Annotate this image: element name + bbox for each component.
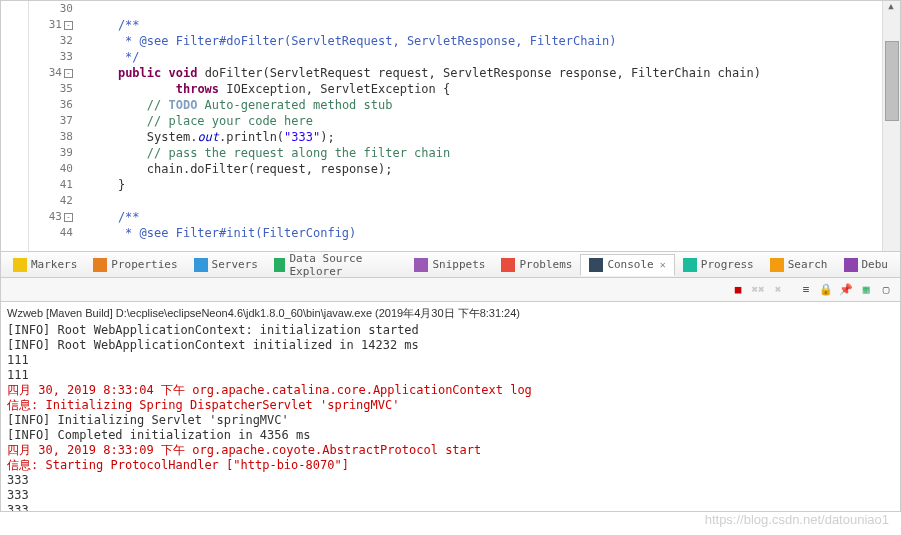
servers-icon bbox=[194, 258, 208, 272]
line-number[interactable]: ●36 bbox=[29, 97, 73, 113]
tab-label: Problems bbox=[519, 258, 572, 271]
tab-label: Console bbox=[607, 258, 653, 271]
scroll-up-arrow[interactable]: ▲ bbox=[883, 1, 899, 17]
tab-data-source-explorer[interactable]: Data Source Explorer bbox=[266, 249, 406, 281]
console-line[interactable]: 333 bbox=[7, 473, 894, 488]
line-number[interactable]: △34- bbox=[29, 65, 73, 81]
display-selected-button[interactable]: ▦ bbox=[858, 282, 874, 298]
code-line[interactable]: // pass the request along the filter cha… bbox=[89, 145, 882, 161]
tab-problems[interactable]: Problems bbox=[493, 255, 580, 275]
outline-ruler bbox=[1, 1, 29, 251]
search-icon bbox=[770, 258, 784, 272]
console-line[interactable]: 111 bbox=[7, 368, 894, 383]
code-line[interactable]: chain.doFilter(request, response); bbox=[89, 161, 882, 177]
console-line[interactable]: 四月 30, 2019 8:33:04 下午 org.apache.catali… bbox=[7, 383, 894, 398]
code-line[interactable]: } bbox=[89, 177, 882, 193]
console-pane[interactable]: Wzweb [Maven Build] D:\ecplise\eclipseNe… bbox=[0, 302, 901, 512]
code-line[interactable]: // place your code here bbox=[89, 113, 882, 129]
tab-snippets[interactable]: Snippets bbox=[406, 255, 493, 275]
tab-label: Properties bbox=[111, 258, 177, 271]
remove-launch-button[interactable]: ✖ bbox=[770, 282, 786, 298]
progress-icon bbox=[683, 258, 697, 272]
line-number[interactable]: 37 bbox=[29, 113, 73, 129]
tab-properties[interactable]: Properties bbox=[85, 255, 185, 275]
line-number[interactable]: 41 bbox=[29, 177, 73, 193]
line-number[interactable]: 38 bbox=[29, 129, 73, 145]
console-line[interactable]: 信息: Initializing Spring DispatcherServle… bbox=[7, 398, 894, 413]
console-process-header: Wzweb [Maven Build] D:\ecplise\eclipseNe… bbox=[7, 304, 894, 323]
views-tab-bar: MarkersPropertiesServersData Source Expl… bbox=[0, 252, 901, 278]
tab-console[interactable]: Console✕ bbox=[580, 254, 674, 276]
code-line[interactable]: /** bbox=[89, 209, 882, 225]
code-line[interactable]: * @see Filter#doFilter(ServletRequest, S… bbox=[89, 33, 882, 49]
console-line[interactable]: 信息: Starting ProtocolHandler ["http-bio-… bbox=[7, 458, 894, 473]
line-number[interactable]: 33 bbox=[29, 49, 73, 65]
console-line[interactable]: 333 bbox=[7, 503, 894, 512]
line-number[interactable]: 32 bbox=[29, 33, 73, 49]
editor-pane: 3031-3233△34-35●3637383940414243-44 /** … bbox=[0, 0, 901, 252]
tab-label: Snippets bbox=[432, 258, 485, 271]
console-toolbar: ■ ✖✖ ✖ ≡ 🔒 📌 ▦ ▢ bbox=[0, 278, 901, 302]
line-gutter[interactable]: 3031-3233△34-35●3637383940414243-44 bbox=[29, 1, 79, 251]
line-number[interactable]: 35 bbox=[29, 81, 73, 97]
console-line[interactable]: 333 bbox=[7, 488, 894, 503]
pin-console-button[interactable]: 📌 bbox=[838, 282, 854, 298]
console-output[interactable]: [INFO] Root WebApplicationContext: initi… bbox=[7, 323, 894, 512]
code-line[interactable]: // TODO Auto-generated method stub bbox=[89, 97, 882, 113]
console-line[interactable]: 111 bbox=[7, 353, 894, 368]
scroll-thumb[interactable] bbox=[885, 41, 899, 121]
console-icon bbox=[589, 258, 603, 272]
code-line[interactable]: throws IOException, ServletException { bbox=[89, 81, 882, 97]
tab-markers[interactable]: Markers bbox=[5, 255, 85, 275]
open-console-button[interactable]: ▢ bbox=[878, 282, 894, 298]
console-line[interactable]: [INFO] Root WebApplicationContext: initi… bbox=[7, 323, 894, 338]
code-area[interactable]: /** * @see Filter#doFilter(ServletReques… bbox=[79, 1, 882, 251]
code-line[interactable]: public void doFilter(ServletRequest requ… bbox=[89, 65, 882, 81]
line-number[interactable]: 39 bbox=[29, 145, 73, 161]
code-line[interactable] bbox=[89, 193, 882, 209]
tab-label: Debu bbox=[862, 258, 889, 271]
console-line[interactable]: [INFO] Completed initialization in 4356 … bbox=[7, 428, 894, 443]
problems-icon bbox=[501, 258, 515, 272]
debu-icon bbox=[844, 258, 858, 272]
line-number[interactable]: 44 bbox=[29, 225, 73, 241]
tab-search[interactable]: Search bbox=[762, 255, 836, 275]
tab-label: Data Source Explorer bbox=[289, 252, 398, 278]
markers-icon bbox=[13, 258, 27, 272]
code-line[interactable]: * @see Filter#init(FilterConfig) bbox=[89, 225, 882, 241]
line-number[interactable]: 31- bbox=[29, 17, 73, 33]
properties-icon bbox=[93, 258, 107, 272]
remove-all-terminated-button[interactable]: ✖✖ bbox=[750, 282, 766, 298]
clear-console-button[interactable]: ≡ bbox=[798, 282, 814, 298]
code-line[interactable]: */ bbox=[89, 49, 882, 65]
scroll-lock-button[interactable]: 🔒 bbox=[818, 282, 834, 298]
tab-progress[interactable]: Progress bbox=[675, 255, 762, 275]
snippets-icon bbox=[414, 258, 428, 272]
tab-label: Search bbox=[788, 258, 828, 271]
console-line[interactable]: [INFO] Root WebApplicationContext initia… bbox=[7, 338, 894, 353]
console-line[interactable]: 四月 30, 2019 8:33:09 下午 org.apache.coyote… bbox=[7, 443, 894, 458]
code-line[interactable]: System.out.println("333"); bbox=[89, 129, 882, 145]
close-icon[interactable]: ✕ bbox=[660, 259, 666, 270]
watermark: https://blog.csdn.net/datouniao1 bbox=[705, 512, 889, 527]
line-number[interactable]: 43- bbox=[29, 209, 73, 225]
code-line[interactable] bbox=[89, 1, 882, 17]
data-source-explorer-icon bbox=[274, 258, 286, 272]
terminate-button[interactable]: ■ bbox=[730, 282, 746, 298]
line-number[interactable]: 42 bbox=[29, 193, 73, 209]
code-line[interactable]: /** bbox=[89, 17, 882, 33]
tab-label: Progress bbox=[701, 258, 754, 271]
line-number[interactable]: 30 bbox=[29, 1, 73, 17]
editor-content[interactable]: 3031-3233△34-35●3637383940414243-44 /** … bbox=[29, 1, 900, 251]
tab-servers[interactable]: Servers bbox=[186, 255, 266, 275]
vertical-scrollbar[interactable]: ▲ bbox=[882, 1, 900, 251]
console-line[interactable]: [INFO] Initializing Servlet 'springMVC' bbox=[7, 413, 894, 428]
tab-label: Servers bbox=[212, 258, 258, 271]
tab-label: Markers bbox=[31, 258, 77, 271]
line-number[interactable]: 40 bbox=[29, 161, 73, 177]
tab-debu[interactable]: Debu bbox=[836, 255, 897, 275]
